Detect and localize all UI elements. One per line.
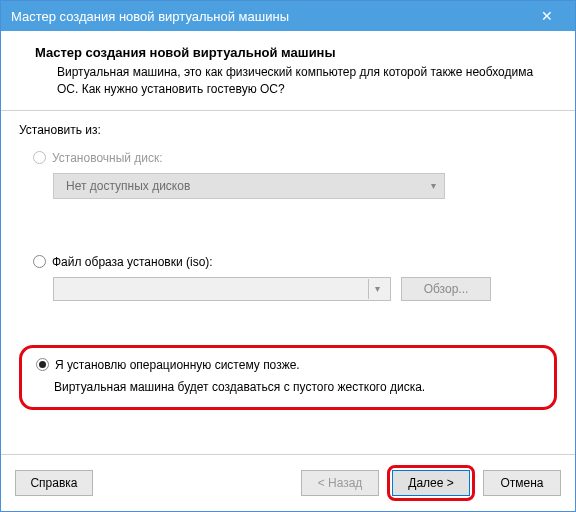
option-install-later-subtext: Виртуальная машина будет создаваться с п… xyxy=(34,380,542,396)
wizard-body: Установить из: Установочный диск: Нет до… xyxy=(1,111,575,454)
highlight-next-button: Далее > xyxy=(387,465,475,501)
radio-icon xyxy=(33,255,46,268)
option-install-later[interactable]: Я установлю операционную систему позже. xyxy=(34,358,542,372)
option-installer-disc-label: Установочный диск: xyxy=(52,151,163,165)
titlebar: Мастер создания новой виртуальной машины… xyxy=(1,1,575,31)
option-installer-disc[interactable]: Установочный диск: xyxy=(19,151,557,165)
disc-dropdown[interactable]: Нет доступных дисков ▾ xyxy=(53,173,445,199)
wizard-window: Мастер создания новой виртуальной машины… xyxy=(0,0,576,512)
back-button-label: < Назад xyxy=(318,476,363,490)
next-button-label: Далее > xyxy=(408,476,454,490)
iso-row: ▾ Обзор... xyxy=(19,277,557,301)
radio-icon xyxy=(33,151,46,164)
header-title: Мастер создания новой виртуальной машины xyxy=(35,45,555,60)
chevron-down-icon[interactable]: ▾ xyxy=(368,279,386,299)
radio-icon xyxy=(36,358,49,371)
iso-path-input[interactable]: ▾ xyxy=(53,277,391,301)
window-title: Мастер создания новой виртуальной машины xyxy=(11,9,527,24)
browse-button-label: Обзор... xyxy=(424,282,469,296)
option-iso-file-label: Файл образа установки (iso): xyxy=(52,255,213,269)
cancel-button[interactable]: Отмена xyxy=(483,470,561,496)
wizard-footer: Справка < Назад Далее > Отмена xyxy=(1,454,575,511)
highlight-option-later: Я установлю операционную систему позже. … xyxy=(19,345,557,411)
option-iso-file[interactable]: Файл образа установки (iso): xyxy=(19,255,557,269)
disc-dropdown-value: Нет доступных дисков xyxy=(66,179,190,193)
option-install-later-label: Я установлю операционную систему позже. xyxy=(55,358,300,372)
header-description: Виртуальная машина, это как физический к… xyxy=(35,64,555,98)
close-button[interactable]: ✕ xyxy=(527,1,567,31)
wizard-header: Мастер создания новой виртуальной машины… xyxy=(1,31,575,111)
back-button[interactable]: < Назад xyxy=(301,470,379,496)
browse-button[interactable]: Обзор... xyxy=(401,277,491,301)
next-button[interactable]: Далее > xyxy=(392,470,470,496)
install-from-label: Установить из: xyxy=(19,123,557,137)
help-button-label: Справка xyxy=(30,476,77,490)
help-button[interactable]: Справка xyxy=(15,470,93,496)
disc-dropdown-wrap: Нет доступных дисков ▾ xyxy=(19,173,557,199)
close-icon: ✕ xyxy=(541,8,553,24)
cancel-button-label: Отмена xyxy=(500,476,543,490)
chevron-down-icon: ▾ xyxy=(431,180,436,191)
